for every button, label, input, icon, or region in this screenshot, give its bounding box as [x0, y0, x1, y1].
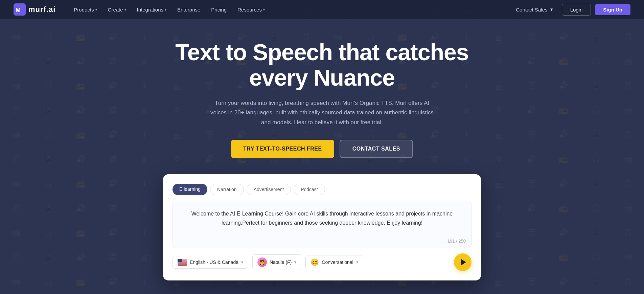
chevron-down-icon: ▾: [165, 8, 166, 12]
demo-controls: English - US & Canada ▾ 👩 Natalie (F) ▾ …: [172, 253, 472, 271]
logo-text: murf.ai: [28, 5, 55, 14]
nav-link-pricing[interactable]: Pricing: [206, 4, 231, 15]
language-selector[interactable]: English - US & Canada ▾: [172, 256, 248, 269]
nav-link-products[interactable]: Products ▾: [69, 4, 101, 15]
demo-text-content: Welcome to the AI E-Learning Course! Gai…: [181, 209, 463, 227]
signup-button[interactable]: Sign Up: [595, 4, 630, 15]
voice-avatar: 👩: [257, 257, 267, 267]
hero-section: Text to Speech that catches every Nuance…: [0, 19, 644, 294]
contact-sales-nav-link[interactable]: Contact Sales ▾: [511, 4, 557, 15]
nav-link-resources[interactable]: Resources ▾: [233, 4, 270, 15]
tab-advertisement[interactable]: Advertisement: [247, 184, 291, 195]
svg-text:M: M: [16, 7, 21, 14]
hero-subtitle: Turn your words into living, breathing s…: [207, 98, 437, 128]
voice-selector[interactable]: 👩 Natalie (F) ▾: [252, 254, 301, 270]
nav-right: Contact Sales ▾ Login Sign Up: [511, 4, 630, 16]
chevron-down-icon: ▾: [95, 8, 97, 12]
logo[interactable]: M murf.ai: [14, 3, 55, 16]
hero-title: Text to Speech that catches every Nuance: [153, 40, 491, 90]
smiley-icon: 😊: [310, 258, 319, 266]
try-free-button[interactable]: TRY TEXT-TO-SPEECH FREE: [231, 140, 334, 158]
style-selector[interactable]: 😊 Conversational ▾: [305, 255, 363, 269]
logo-icon: M: [14, 3, 26, 16]
chevron-down-icon: ▾: [263, 8, 265, 12]
demo-textarea[interactable]: Welcome to the AI E-Learning Course! Gai…: [172, 201, 472, 248]
chevron-down-icon: ▾: [550, 6, 553, 13]
flag-us-icon: [178, 259, 187, 266]
chevron-down-icon: ▾: [241, 260, 243, 265]
char-count: 191 / 250: [447, 239, 466, 244]
play-icon: [461, 259, 466, 266]
voice-label: Natalie (F): [270, 259, 292, 265]
contact-sales-button[interactable]: CONTACT SALES: [340, 140, 413, 158]
tab-e-learning[interactable]: E learning: [172, 184, 207, 195]
play-button[interactable]: [454, 253, 472, 271]
nav-link-integrations[interactable]: Integrations ▾: [132, 4, 171, 15]
hero-buttons: TRY TEXT-TO-SPEECH FREE CONTACT SALES: [231, 140, 413, 158]
demo-tabs: E learning Narration Advertisement Podca…: [172, 184, 472, 195]
chevron-down-icon: ▾: [124, 8, 126, 12]
nav-link-enterprise[interactable]: Enterprise: [172, 4, 205, 15]
chevron-down-icon: ▾: [294, 260, 296, 265]
login-button[interactable]: Login: [562, 4, 591, 16]
demo-card: E learning Narration Advertisement Podca…: [163, 174, 481, 280]
tab-podcast[interactable]: Podcast: [294, 184, 325, 195]
chevron-down-icon: ▾: [356, 260, 358, 265]
style-label: Conversational: [322, 259, 353, 265]
tab-narration[interactable]: Narration: [210, 184, 244, 195]
language-label: English - US & Canada: [190, 259, 238, 265]
nav-link-create[interactable]: Create ▾: [103, 4, 131, 15]
navbar: M murf.ai Products ▾ Create ▾ Integratio…: [0, 0, 644, 19]
nav-links: Products ▾ Create ▾ Integrations ▾ Enter…: [69, 4, 511, 15]
